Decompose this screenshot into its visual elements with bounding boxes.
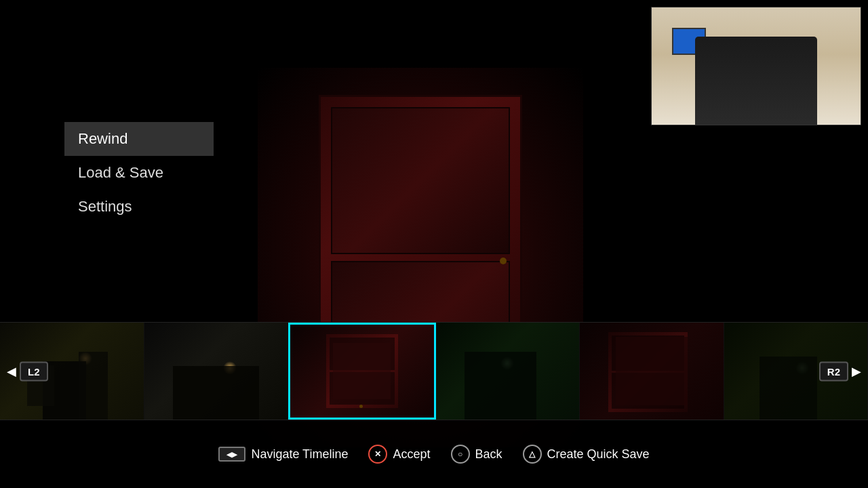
r2-button[interactable]: R2 — [819, 361, 848, 381]
door-panel-top — [331, 107, 510, 254]
timeline-strip: ◀ L2 — [0, 322, 868, 420]
frame-4-content — [436, 323, 580, 420]
left-arrow-icon: ◀ — [7, 364, 16, 379]
x-button-icon: ✕ — [368, 445, 387, 464]
webcam-overlay — [651, 7, 861, 125]
dpad-icon: ◀▶ — [218, 447, 245, 462]
navigate-timeline-label: Navigate Timeline — [251, 447, 348, 462]
accept-label: Accept — [393, 447, 430, 462]
circle-button-icon: ○ — [451, 445, 470, 464]
triangle-button-icon: △ — [523, 445, 542, 464]
back-action: ○ Back — [451, 445, 502, 464]
menu-item-rewind[interactable]: Rewind — [64, 122, 214, 156]
door-knob — [500, 258, 507, 264]
pause-menu: Rewind Load & Save Settings — [64, 122, 214, 224]
menu-item-load-save[interactable]: Load & Save — [64, 156, 214, 190]
right-arrow-icon: ▶ — [852, 364, 861, 379]
l2-nav[interactable]: ◀ L2 — [7, 361, 48, 381]
webcam-feed — [652, 7, 861, 125]
back-label: Back — [475, 447, 502, 462]
timeline-frame-3-active[interactable] — [288, 323, 436, 420]
webcam-person — [695, 37, 817, 125]
quick-save-label: Create Quick Save — [547, 447, 650, 462]
timeline-frame-4[interactable] — [436, 323, 580, 420]
l2-button[interactable]: L2 — [20, 361, 48, 381]
frame-3-content — [290, 325, 434, 418]
accept-action: ✕ Accept — [368, 445, 430, 464]
timeline-frame-2[interactable] — [144, 323, 289, 420]
timeline-frames — [0, 323, 868, 420]
r2-nav[interactable]: R2 ▶ — [819, 361, 861, 381]
bottom-controls-bar: ◀▶ Navigate Timeline ✕ Accept ○ Back △ C… — [0, 420, 868, 488]
timeline-frame-5[interactable] — [580, 323, 724, 420]
navigate-timeline-action: ◀▶ Navigate Timeline — [218, 447, 348, 462]
frame-5-content — [580, 323, 724, 420]
menu-item-settings[interactable]: Settings — [64, 190, 214, 224]
quick-save-action[interactable]: △ Create Quick Save — [523, 445, 650, 464]
frame-2-content — [144, 323, 288, 420]
